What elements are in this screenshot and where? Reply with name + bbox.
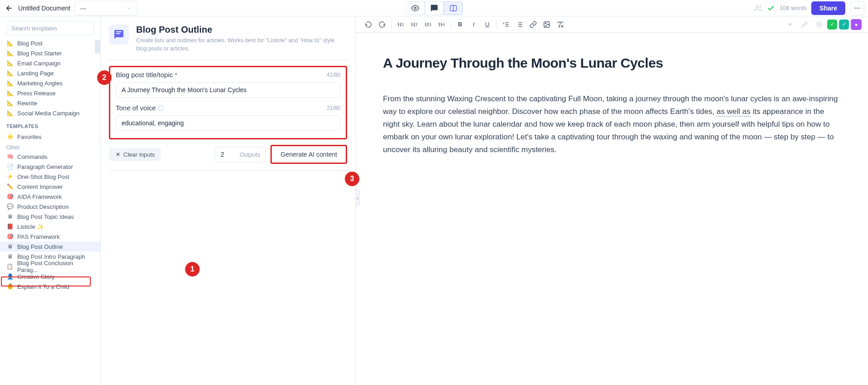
sidebar-item-paragraph-generator[interactable]: 📄Paragraph Generator: [0, 162, 100, 172]
sidebar-item-content-improver[interactable]: ✏️Content Improver: [0, 182, 100, 192]
clear-label: Clear inputs: [123, 151, 155, 158]
sidebar-item-social-media-campaign[interactable]: 📐Social Media Campaign: [0, 108, 100, 118]
required-star: *: [175, 71, 177, 79]
sidebar-item-label: Email Campaign: [17, 60, 60, 67]
editor-panel: « H1 H2 H3 H4 B I U ✦ ✓ ✓: [356, 16, 868, 385]
sidebar-item-one-shot-blog-post[interactable]: ⚡One-Shot Blog Post: [0, 172, 100, 182]
word-count: 108 words: [780, 5, 807, 11]
sidebar-item-press-release[interactable]: 📐Press Release: [0, 88, 100, 98]
style-value: —: [80, 5, 86, 12]
sidebar-item-label: Blog Post Outline: [17, 243, 63, 250]
generate-button[interactable]: Generate AI content: [273, 147, 345, 162]
sidebar-item-label: One-Shot Blog Post: [17, 173, 69, 180]
scroll-indicator[interactable]: [95, 40, 100, 54]
preview-mode-button[interactable]: [406, 1, 425, 15]
outputs-value: 2: [221, 151, 224, 158]
template-icon: 🖥: [6, 213, 14, 220]
status-chip-teal[interactable]: ✓: [839, 20, 849, 30]
form-highlight-box: Blog post title/topic * 41/80 Tone of vo…: [109, 66, 347, 139]
bold-button[interactable]: B: [454, 18, 466, 31]
sidebar-item-label: PAS Framework: [17, 233, 60, 240]
sidebar-item-favorites[interactable]: ⭐Favorites: [0, 132, 100, 142]
document-body[interactable]: A Journey Through the Moon's Lunar Cycle…: [356, 33, 868, 179]
template-icon: 👤: [6, 273, 14, 280]
sidebar-item-blog-post[interactable]: 📐Blog Post: [0, 38, 100, 48]
template-icon: ✏️: [6, 183, 14, 190]
document-title[interactable]: Untitled Document: [18, 5, 70, 12]
h4-button[interactable]: H4: [435, 18, 448, 31]
outputs-stepper[interactable]: 2 Outputs: [215, 147, 266, 162]
h1-button[interactable]: H1: [394, 18, 407, 31]
sidebar-item-label: Product Description: [17, 203, 69, 210]
sidebar-item-label: Listicle ✨: [17, 223, 44, 230]
templates-header: TEMPLATES: [0, 118, 100, 132]
field-label-tone: Tone of voice: [116, 104, 164, 112]
document-heading[interactable]: A Journey Through the Moon's Lunar Cycle…: [383, 55, 841, 71]
sidebar-item-label: Rewrite: [17, 100, 37, 107]
sidebar-item-email-campaign[interactable]: 📐Email Campaign: [0, 58, 100, 68]
undo-button[interactable]: [362, 18, 375, 31]
document-paragraph[interactable]: From the stunning Waxing Crescent to the…: [383, 93, 841, 156]
sidebar-item-blog-post-conclusion[interactable]: 📋Blog Post Conclusion Parag...: [0, 262, 100, 271]
more-button[interactable]: [850, 1, 864, 15]
sidebar-item-aida-framework[interactable]: 🎯AIDA Framework: [0, 192, 100, 202]
clear-inputs-button[interactable]: Clear inputs: [109, 148, 161, 161]
back-button[interactable]: [4, 3, 15, 14]
template-icon: 🎯: [6, 233, 14, 240]
ordered-list-button[interactable]: [500, 18, 512, 31]
outputs-label: Outputs: [240, 151, 260, 158]
callout-marker-1: 1: [185, 262, 200, 276]
h3-button[interactable]: H3: [422, 18, 434, 31]
link-button[interactable]: [527, 18, 539, 31]
other-header: Other: [0, 142, 100, 152]
redo-button[interactable]: [376, 18, 388, 31]
grammar-underline[interactable]: as well as: [716, 107, 750, 117]
user-avatar-chip[interactable]: ●: [851, 19, 862, 30]
sidebar-item-rewrite[interactable]: 📐Rewrite: [0, 98, 100, 108]
collaborators-icon[interactable]: [754, 4, 762, 12]
close-icon: [115, 152, 121, 157]
template-form-panel: 1 Blog Post Outline Create lists and out…: [101, 16, 356, 385]
ai-tool-3[interactable]: [813, 18, 825, 31]
template-icon: 🎯: [6, 193, 14, 200]
italic-button[interactable]: I: [467, 18, 480, 31]
sidebar-item-pas-framework[interactable]: 🎯PAS Framework: [0, 232, 100, 242]
field-label-title: Blog post title/topic *: [116, 71, 177, 79]
scan-icon: [816, 21, 822, 28]
sidebar-item-blog-post-outline[interactable]: 🖥Blog Post Outline: [0, 242, 100, 252]
search-input[interactable]: [6, 21, 94, 35]
sidebar-item-label: Blog Post Intro Paragraph: [17, 253, 85, 260]
unordered-list-button[interactable]: [513, 18, 526, 31]
sidebar-item-listicle[interactable]: 📕Listicle ✨: [0, 222, 100, 232]
sidebar-item-blog-post-starter[interactable]: 📐Blog Post Starter: [0, 48, 100, 58]
image-button[interactable]: [540, 18, 553, 31]
comments-mode-button[interactable]: [425, 1, 444, 15]
ai-tool-1[interactable]: ✦: [784, 18, 796, 31]
h2-button[interactable]: H2: [408, 18, 421, 31]
tone-input[interactable]: [116, 115, 340, 131]
sidebar-item-product-description[interactable]: 💬Product Description: [0, 202, 100, 212]
split-mode-button[interactable]: [444, 1, 463, 15]
sidebar-item-explain-to-child[interactable]: 👶Explain It To a Child: [0, 281, 100, 291]
collapse-handle[interactable]: «: [355, 189, 360, 207]
chat-list-icon: [113, 29, 124, 40]
panel-split-icon: [449, 4, 457, 12]
sidebar-item-blog-post-topic-ideas[interactable]: 🖥Blog Post Topic Ideas: [0, 212, 100, 222]
sidebar-item-label: Social Media Campaign: [17, 110, 79, 117]
title-input[interactable]: [116, 82, 340, 98]
share-button[interactable]: Share: [811, 1, 845, 15]
template-icon: 👶: [6, 283, 14, 290]
link-icon: [530, 21, 537, 28]
saved-check-icon: [767, 4, 775, 12]
status-chip-green[interactable]: ✓: [827, 20, 837, 30]
sidebar-item-landing-page[interactable]: 📐Landing Page: [0, 68, 100, 78]
workflow-icon: 📐: [6, 99, 14, 107]
clear-format-button[interactable]: [554, 18, 567, 31]
ai-tool-2[interactable]: [798, 18, 811, 31]
sidebar-item-marketing-angles[interactable]: 📐Marketing Angles: [0, 78, 100, 88]
workflow-icon: 📐: [6, 109, 14, 117]
field-count-tone: 21/80: [327, 105, 340, 111]
underline-button[interactable]: U: [481, 18, 494, 31]
sidebar-item-commands[interactable]: 🧠Commands: [0, 152, 100, 162]
style-dropdown[interactable]: —: [74, 1, 137, 15]
